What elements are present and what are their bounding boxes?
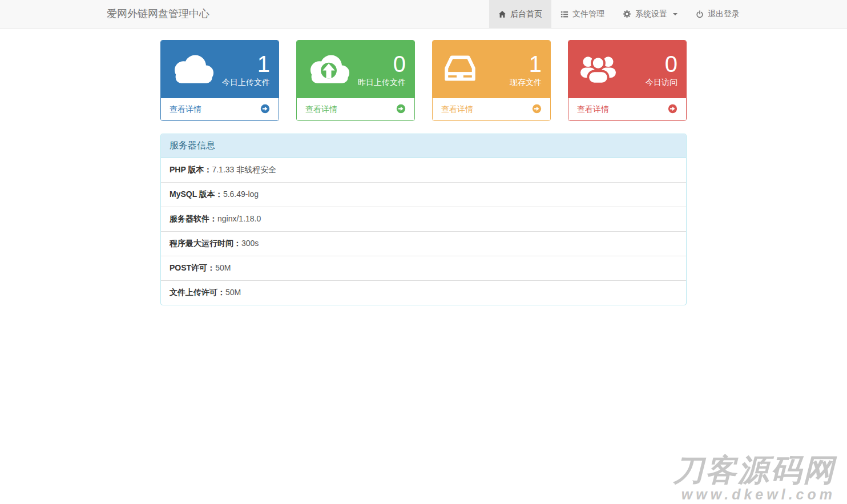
row-value: nginx/1.18.0 — [217, 214, 261, 223]
row-label: POST许可： — [170, 263, 215, 272]
app-title[interactable]: 爱网外链网盘管理中心 — [98, 0, 218, 28]
nav-item-file-management[interactable]: 文件管理 — [551, 0, 614, 28]
stat-number-block: 0 今日访问 — [646, 51, 677, 88]
view-details-link[interactable]: 查看详情 — [297, 98, 414, 120]
row-label: 文件上传许可： — [170, 288, 225, 297]
stat-card-today-visits: 0 今日访问 查看详情 — [568, 40, 687, 121]
arrow-circle-right-icon — [532, 104, 542, 115]
view-details-label: 查看详情 — [577, 104, 609, 115]
row-value: 50M — [215, 263, 231, 272]
stat-number-block: 1 今日上传文件 — [222, 51, 270, 88]
nav-item-dashboard[interactable]: 后台首页 — [489, 0, 551, 28]
navbar-menu: 后台首页 文件管理 — [489, 0, 749, 28]
nav-item-label: 文件管理 — [572, 9, 604, 19]
row-label: MySQL 版本： — [170, 189, 223, 199]
nav-item-label: 退出登录 — [708, 9, 740, 19]
server-info-panel: 服务器信息 PHP 版本：7.1.33 非线程安全 MySQL 版本：5.6.4… — [160, 134, 687, 305]
list-icon — [560, 10, 568, 18]
row-label: 程序最大运行时间： — [170, 239, 241, 248]
nav-item-system-settings[interactable]: 系统设置 — [614, 0, 687, 28]
row-value: 5.6.49-log — [223, 189, 259, 199]
nav-item-label: 系统设置 — [635, 9, 667, 19]
arrow-circle-right-icon — [260, 104, 270, 115]
stat-card-existing-files: 1 现存文件 查看详情 — [432, 40, 551, 121]
main-content: 1 今日上传文件 查看详情 — [160, 40, 687, 305]
view-details-link[interactable]: 查看详情 — [568, 98, 686, 120]
users-icon — [577, 53, 619, 87]
view-details-label: 查看详情 — [305, 104, 337, 115]
server-info-row-post-limit: POST许可：50M — [161, 256, 686, 281]
stat-value: 0 — [393, 51, 406, 76]
stat-card-yesterday-uploads: 0 昨日上传文件 查看详情 — [296, 40, 415, 121]
watermark-title: 刀客源码网 — [673, 454, 836, 485]
server-info-row-mysql: MySQL 版本：5.6.49-log — [161, 183, 686, 207]
stat-number-block: 1 现存文件 — [510, 51, 542, 88]
stat-label: 现存文件 — [510, 78, 542, 88]
caret-down-icon — [673, 13, 677, 15]
stat-card-heading: 1 现存文件 — [433, 41, 550, 98]
stat-card-heading: 0 昨日上传文件 — [297, 41, 414, 98]
view-details-link[interactable]: 查看详情 — [433, 98, 550, 120]
stat-card-heading: 0 今日访问 — [568, 41, 686, 98]
watermark-url: www.dkewl.com — [673, 487, 836, 502]
server-info-panel-title: 服务器信息 — [161, 134, 686, 158]
top-navbar: 爱网外链网盘管理中心 后台首页 文件管理 — [0, 0, 847, 29]
row-label: PHP 版本： — [170, 165, 212, 174]
nav-item-label: 后台首页 — [510, 9, 542, 19]
cloud-icon — [170, 53, 216, 86]
arrow-circle-right-icon — [396, 104, 406, 115]
home-icon — [498, 10, 506, 18]
power-icon — [696, 10, 704, 18]
view-details-label: 查看详情 — [441, 104, 473, 115]
navbar-container: 爱网外链网盘管理中心 后台首页 文件管理 — [90, 0, 757, 28]
row-value: 300s — [241, 239, 259, 248]
server-info-row-max-exec-time: 程序最大运行时间：300s — [161, 232, 686, 256]
stat-value: 0 — [665, 51, 677, 76]
cloud-upload-icon — [305, 53, 352, 86]
stat-number-block: 0 昨日上传文件 — [358, 51, 406, 88]
row-value: 7.1.33 非线程安全 — [212, 165, 276, 174]
inbox-icon — [441, 53, 479, 86]
view-details-label: 查看详情 — [170, 104, 201, 115]
arrow-circle-right-icon — [668, 104, 677, 115]
stat-label: 昨日上传文件 — [358, 78, 406, 88]
stat-label: 今日访问 — [646, 78, 677, 88]
nav-item-logout[interactable]: 退出登录 — [687, 0, 749, 28]
row-value: 50M — [225, 288, 241, 297]
site-watermark: 刀客源码网 www.dkewl.com — [673, 454, 836, 502]
stat-value: 1 — [257, 51, 270, 76]
stat-label: 今日上传文件 — [222, 78, 270, 88]
stat-value: 1 — [529, 51, 542, 76]
gear-icon — [623, 10, 631, 18]
server-info-row-software: 服务器软件：nginx/1.18.0 — [161, 207, 686, 232]
server-info-row-php: PHP 版本：7.1.33 非线程安全 — [161, 158, 686, 183]
stat-card-heading: 1 今日上传文件 — [161, 41, 279, 98]
row-label: 服务器软件： — [170, 214, 217, 223]
stat-cards-row: 1 今日上传文件 查看详情 — [160, 40, 687, 121]
view-details-link[interactable]: 查看详情 — [161, 98, 279, 120]
server-info-row-upload-limit: 文件上传许可：50M — [161, 281, 686, 305]
stat-card-today-uploads: 1 今日上传文件 查看详情 — [160, 40, 279, 121]
